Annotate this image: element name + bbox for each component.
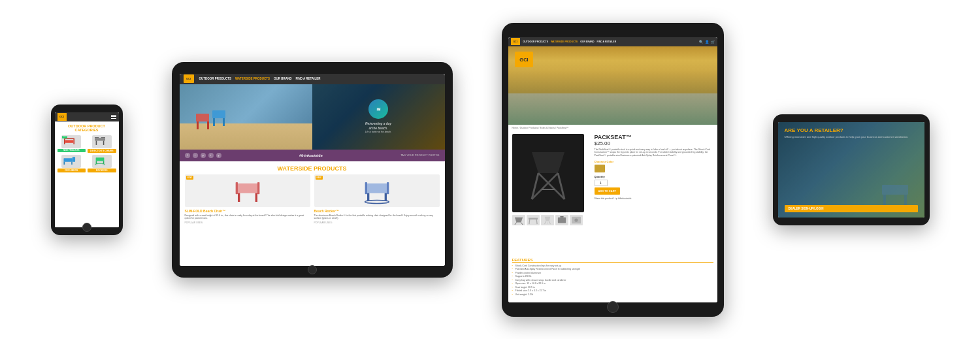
search-icon[interactable]: 🔍 bbox=[699, 40, 703, 44]
svg-rect-8 bbox=[103, 140, 105, 144]
feature-item-3: Powder-coated aluminum bbox=[512, 272, 713, 274]
home-button[interactable] bbox=[82, 223, 91, 232]
nav-item-brand[interactable]: OUR BRAND bbox=[274, 77, 292, 80]
user-icon[interactable]: 👤 bbox=[705, 40, 709, 44]
product-badge-new-2: NEW bbox=[316, 176, 323, 180]
feature-item-9: Unit weight: 1.3 lb bbox=[512, 293, 713, 296]
feature-item-6: Open size: 15 x 14.2 x 20.5 in bbox=[512, 282, 713, 285]
svg-point-16 bbox=[95, 163, 105, 165]
thumbnail-5[interactable] bbox=[570, 215, 583, 225]
list-item[interactable]: RECLINERS bbox=[57, 155, 86, 172]
thumbnail-2[interactable] bbox=[527, 215, 540, 225]
retailer-title: ARE YOU A RETAILER? bbox=[785, 127, 918, 134]
twitter-icon[interactable]: t bbox=[193, 153, 198, 158]
nav-items: OUTDOOR PRODUCTS WATERSIDE PRODUCTS OUR … bbox=[199, 77, 441, 80]
cart-icon[interactable]: 🛒 bbox=[711, 40, 715, 44]
thumbnail-1[interactable] bbox=[512, 215, 525, 225]
tt-nav-brand[interactable]: OUR BRAND bbox=[580, 40, 594, 43]
hero-banner: ≋ Reinventing a day at the beach. Life i… bbox=[180, 84, 445, 150]
navigation-bar: GCI OUTDOOR PRODUCTS WATERSIDE PRODUCTS … bbox=[180, 74, 445, 84]
tt-nav-retailer[interactable]: FIND A RETAILER bbox=[597, 40, 617, 43]
svg-rect-19 bbox=[207, 121, 209, 129]
tag-photos-label: TAG YOUR PRODUCT PHOTOS bbox=[400, 153, 439, 157]
new-badge: NEW bbox=[62, 136, 67, 138]
instagram-icon[interactable]: i bbox=[208, 153, 214, 158]
product-title: PACKSEAT™ bbox=[595, 134, 713, 140]
ts-content: ARE YOU A RETAILER? Offering innovative … bbox=[778, 122, 924, 218]
feature-item-7: Seat height: 20.5 in bbox=[512, 286, 713, 289]
product-section: PACKSEAT™ $25.00 The PackSeat™ portable … bbox=[508, 131, 717, 255]
waterside-section: WATERSIDE PRODUCTS NEW bbox=[180, 161, 445, 228]
product-desc-slimfold: Designed with a seat height of 13.6 in.,… bbox=[185, 214, 310, 220]
svg-line-48 bbox=[536, 219, 537, 224]
svg-line-44 bbox=[514, 222, 516, 225]
list-item[interactable]: ROCKERS bbox=[88, 155, 116, 172]
svg-line-51 bbox=[549, 221, 550, 223]
category-label-new: NEW PRODUCTS bbox=[57, 149, 86, 152]
tt-nav-waterside[interactable]: WATERSIDE PRODUCTS bbox=[551, 40, 578, 43]
nav-item-waterside[interactable]: WATERSIDE PRODUCTS bbox=[235, 77, 270, 80]
home-button[interactable] bbox=[308, 265, 317, 274]
tablet-small-frame: ARE YOU A RETAILER? Offering innovative … bbox=[773, 114, 930, 225]
hero-beach-image bbox=[180, 84, 312, 150]
hashtag-label: #thinkoutside bbox=[299, 153, 323, 157]
svg-rect-54 bbox=[560, 216, 563, 217]
hamburger-icon[interactable] bbox=[111, 115, 116, 119]
youtube-icon[interactable]: y bbox=[216, 153, 221, 158]
thumbnail-3[interactable] bbox=[541, 215, 554, 225]
tablet-large-content: GCI OUTDOOR PRODUCTS WATERSIDE PRODUCTS … bbox=[180, 74, 445, 266]
facebook-icon[interactable]: f bbox=[185, 153, 190, 158]
pinterest-icon[interactable]: p bbox=[201, 153, 206, 158]
svg-rect-24 bbox=[238, 193, 240, 202]
svg-rect-2 bbox=[74, 139, 75, 144]
scene: GCI OUTDOOR PRODUCT CATEGORIES NEW bbox=[0, 0, 980, 339]
product-image-beachrocker: NEW bbox=[314, 174, 440, 207]
product-desc-beachrocker: The aluminum Beach Rocker™ is the first … bbox=[314, 214, 440, 220]
svg-rect-26 bbox=[235, 182, 237, 194]
add-to-cart-button[interactable]: ADD TO CART bbox=[595, 187, 620, 195]
svg-rect-1 bbox=[64, 139, 65, 144]
list-item[interactable]: DIRECTOR'S CHAIRS bbox=[88, 135, 116, 153]
share-hashtag: #thinkoutside bbox=[618, 197, 632, 200]
svg-marker-49 bbox=[544, 216, 550, 221]
hero-tagline: Reinventing a day at the beach. bbox=[365, 121, 391, 131]
product-name-beachrocker: Beach Rocker™ bbox=[314, 209, 440, 213]
svg-rect-21 bbox=[213, 118, 215, 126]
color-swatch[interactable] bbox=[595, 165, 605, 172]
phone-content: GCI OUTDOOR PRODUCT CATEGORIES NEW bbox=[55, 112, 119, 227]
share-label: Share this product f t p #thinkoutside bbox=[595, 197, 713, 200]
tt-nav-logo: GCI bbox=[511, 38, 520, 45]
tt-gci-logo: GCI bbox=[515, 52, 533, 67]
features-section: FEATURES Shock-Cord Construction legs fo… bbox=[508, 255, 717, 300]
retailer-description: Offering innovative and high quality out… bbox=[785, 135, 918, 139]
slimfold-chair-svg bbox=[231, 176, 264, 205]
popular-uses-beachrocker: POPULAR USES: bbox=[314, 221, 440, 224]
product-card-beachrocker[interactable]: NEW bbox=[314, 174, 440, 224]
quantity-label: Quantity bbox=[595, 175, 713, 178]
tt-nav-outdoor[interactable]: OUTDOOR PRODUCTS bbox=[523, 40, 549, 43]
svg-rect-5 bbox=[101, 137, 105, 138]
thumb-svg-3 bbox=[542, 216, 553, 225]
beach-rocker-svg bbox=[361, 176, 393, 205]
nav-item-retailer[interactable]: FIND A RETAILER bbox=[295, 77, 320, 80]
phone-screen: GCI OUTDOOR PRODUCT CATEGORIES NEW bbox=[55, 112, 119, 227]
product-card-slimfold[interactable]: NEW SLIM-FOLD Beach Chai bbox=[185, 174, 310, 224]
category-label-rockers: ROCKERS bbox=[88, 169, 116, 172]
hero-image-left bbox=[180, 84, 312, 150]
popular-uses-slimfold: POPULAR USES: bbox=[185, 221, 310, 224]
svg-rect-12 bbox=[71, 161, 73, 164]
svg-rect-25 bbox=[255, 193, 257, 202]
quantity-input[interactable]: 1 bbox=[595, 180, 608, 186]
nav-item-outdoor[interactable]: OUTDOOR PRODUCTS bbox=[199, 77, 232, 80]
breadcrumb: Home / Outdoor Products / Seats & Stools… bbox=[508, 125, 717, 131]
category-img-directors bbox=[92, 135, 112, 148]
list-item[interactable]: NEW NEW PRODUCTS bbox=[57, 135, 86, 153]
dealer-signup-button[interactable]: DEALER SIGN-UP/LOGIN bbox=[785, 205, 918, 212]
svg-rect-32 bbox=[365, 182, 367, 194]
svg-rect-18 bbox=[197, 121, 199, 129]
home-button-tall[interactable] bbox=[607, 301, 619, 313]
social-bar: f t p i y #thinkoutside TAG YOUR PRODUCT… bbox=[180, 150, 445, 161]
thumbnail-4[interactable] bbox=[555, 215, 568, 225]
packseat-svg bbox=[522, 140, 574, 206]
category-img-recliners bbox=[61, 155, 81, 168]
